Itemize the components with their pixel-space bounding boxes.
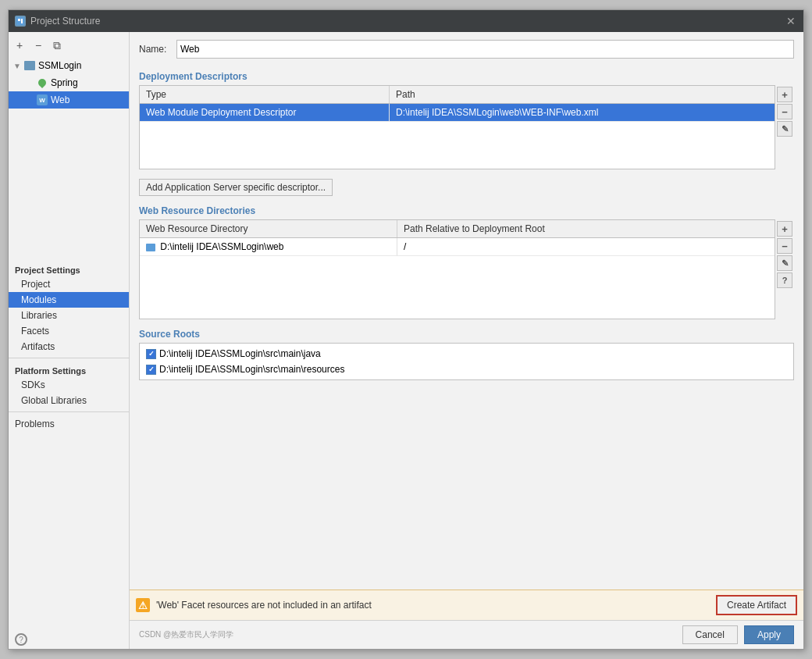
main-body: + − ⧉ ▼ SSMLogin Spring (9, 32, 803, 649)
window-title: Project Structure (30, 16, 100, 27)
source-root-checkbox-1[interactable]: ✓ (146, 365, 156, 375)
create-artifact-button[interactable]: Create Artifact (716, 595, 797, 615)
notification-text: 'Web' Facet resources are not included i… (156, 600, 710, 611)
deployment-path-cell: D:\intelij IDEA\SSMLogin\web\WEB-INF\web… (390, 104, 775, 121)
relpath-col-header: Path Relative to Deployment Root (397, 220, 775, 237)
source-roots-section-title: Source Roots (139, 329, 794, 340)
webdir-cell: D:\intelij IDEA\SSMLogin\web (140, 238, 397, 255)
deployment-path-col-header: Path (390, 86, 775, 103)
source-root-item-0: ✓ D:\intelij IDEA\SSMLogin\src\main\java (143, 347, 790, 361)
window-icon (15, 16, 26, 27)
web-resource-section: Web Resource Directories Web Resource Di… (139, 205, 794, 319)
content-inner: Name: Deployment Descriptors Type Path (130, 32, 803, 590)
source-root-item-1: ✓ D:\intelij IDEA\SSMLogin\src\main\reso… (143, 362, 790, 376)
web-resource-table-space (140, 256, 775, 319)
web-resource-section-title: Web Resource Directories (139, 205, 794, 216)
name-label: Name: (139, 44, 170, 55)
deployment-table-space (140, 122, 775, 169)
web-icon: W (37, 94, 48, 105)
deployment-table-header: Type Path (140, 86, 775, 104)
web-resource-table-row[interactable]: D:\intelij IDEA\SSMLogin\web / (140, 238, 775, 256)
close-button[interactable]: ✕ (786, 16, 797, 27)
webres-remove-button[interactable]: − (777, 238, 792, 254)
deployment-remove-button[interactable]: − (777, 104, 792, 119)
platform-settings-header: Platform Settings (9, 362, 129, 377)
name-row: Name: (139, 40, 794, 59)
tree-item-spring[interactable]: Spring (9, 74, 129, 91)
source-roots-section: Source Roots ✓ D:\intelij IDEA\SSMLogin\… (139, 329, 794, 380)
web-resource-table-header: Web Resource Directory Path Relative to … (140, 220, 775, 238)
tree-label-web: Web (51, 94, 69, 105)
project-settings-header: Project Settings (9, 261, 129, 276)
deployment-section-title: Deployment Descriptors (139, 71, 794, 82)
tree-item-web[interactable]: W Web (9, 91, 129, 109)
copy-module-button[interactable]: ⧉ (49, 37, 65, 53)
name-input[interactable] (176, 40, 794, 59)
sidebar-item-sdks[interactable]: SDKs (9, 377, 129, 393)
web-resource-table: Web Resource Directory Path Relative to … (139, 219, 775, 319)
sidebar-item-global-libraries[interactable]: Global Libraries (9, 393, 129, 408)
deployment-edit-button[interactable]: ✎ (777, 121, 792, 137)
svg-rect-1 (18, 19, 20, 21)
watermark: CSDN @热爱市民人学同学 (139, 629, 233, 640)
notification-bar: ⚠ 'Web' Facet resources are not included… (130, 590, 803, 620)
sidebar-help-area: ? (9, 630, 129, 649)
deployment-table-with-side: Type Path Web Module Deployment Descript… (139, 85, 794, 169)
title-bar-left: Project Structure (15, 16, 100, 27)
deployment-type-col-header: Type (140, 86, 390, 103)
deployment-section: Deployment Descriptors Type Path Web Mod… (139, 71, 794, 196)
source-roots-container: ✓ D:\intelij IDEA\SSMLogin\src\main\java… (139, 343, 794, 380)
remove-module-button[interactable]: − (30, 37, 46, 53)
sidebar-item-problems[interactable]: Problems (9, 415, 129, 433)
add-module-button[interactable]: + (12, 37, 27, 53)
sidebar-divider-2 (9, 411, 129, 412)
module-tree: ▼ SSMLogin Spring W Web (9, 55, 129, 256)
webres-edit-button[interactable]: ✎ (777, 255, 792, 271)
cancel-button[interactable]: Cancel (682, 625, 738, 644)
apply-button[interactable]: Apply (744, 625, 794, 644)
svg-rect-2 (21, 19, 23, 23)
folder-blue-icon (146, 244, 155, 251)
tree-label-ssmlogin: SSMLogin (38, 60, 81, 71)
project-structure-window: Project Structure ✕ + − ⧉ ▼ SSMLogin (8, 9, 804, 650)
tree-item-ssmlogin[interactable]: ▼ SSMLogin (9, 57, 129, 74)
sidebar-item-modules[interactable]: Modules (9, 292, 129, 308)
relpath-cell: / (397, 238, 775, 255)
deployment-side-buttons: + − ✎ (775, 85, 794, 138)
deployment-table-row[interactable]: Web Module Deployment Descriptor D:\inte… (140, 104, 775, 122)
source-root-path-0: D:\intelij IDEA\SSMLogin\src\main\java (159, 348, 321, 359)
tree-label-spring: Spring (51, 77, 78, 88)
spring-icon (37, 77, 48, 88)
sidebar-item-artifacts[interactable]: Artifacts (9, 339, 129, 354)
web-resource-table-with-side: Web Resource Directory Path Relative to … (139, 219, 794, 319)
sidebar-toolbar: + − ⧉ (9, 35, 129, 55)
webres-help-button[interactable]: ? (777, 273, 792, 288)
help-button[interactable]: ? (15, 633, 27, 646)
source-root-checkbox-0[interactable]: ✓ (146, 349, 156, 359)
webdir-col-header: Web Resource Directory (140, 220, 397, 237)
source-root-path-1: D:\intelij IDEA\SSMLogin\src\main\resour… (159, 364, 344, 375)
deployment-add-button[interactable]: + (777, 87, 792, 102)
web-resource-side-buttons: + − ✎ ? (775, 219, 794, 290)
deployment-type-cell: Web Module Deployment Descriptor (140, 104, 390, 121)
sidebar: + − ⧉ ▼ SSMLogin Spring (9, 32, 130, 649)
sidebar-divider (9, 358, 129, 358)
sidebar-item-libraries[interactable]: Libraries (9, 308, 129, 323)
warning-icon: ⚠ (136, 598, 150, 612)
dialog-footer: CSDN @热爱市民人学同学 Cancel Apply (130, 620, 803, 649)
sidebar-item-facets[interactable]: Facets (9, 323, 129, 339)
tree-arrow-ssmlogin: ▼ (13, 62, 21, 70)
content-panel: Name: Deployment Descriptors Type Path (130, 32, 803, 649)
add-server-descriptor-button[interactable]: Add Application Server specific descript… (139, 179, 333, 196)
title-bar: Project Structure ✕ (9, 10, 803, 32)
folder-icon-ssmlogin (24, 61, 35, 70)
deployment-table: Type Path Web Module Deployment Descript… (139, 85, 775, 169)
sidebar-item-project[interactable]: Project (9, 276, 129, 292)
webres-add-button[interactable]: + (777, 221, 792, 237)
